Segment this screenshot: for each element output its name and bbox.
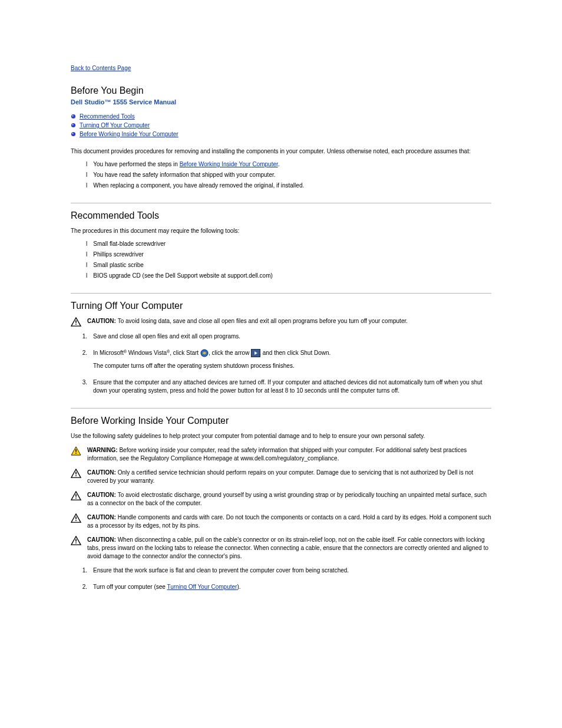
step-text: Save and close all open files and exit a… <box>93 332 491 341</box>
divider <box>71 293 491 294</box>
svg-rect-10 <box>75 320 77 322</box>
svg-rect-25 <box>75 498 77 499</box>
text-span: Windows Vista <box>127 350 167 356</box>
svg-point-14 <box>203 352 206 354</box>
divider <box>71 408 491 409</box>
caution-text: CAUTION: To avoid losing data, save and … <box>87 317 491 327</box>
text-span: , click Start <box>170 350 199 356</box>
tools-intro: The procedures in this document may requ… <box>71 227 491 235</box>
before-inside-steps: Ensure that the work surface is flat and… <box>71 566 491 591</box>
text-span: Turn off your computer (see <box>93 584 167 590</box>
text-span: The computer turns off after the operati… <box>93 363 295 369</box>
step-text: In Microsoft® Windows Vista®, click Star… <box>93 349 491 370</box>
text-span: , and then click Shut Down. <box>259 350 330 356</box>
list-marker: l <box>86 240 87 248</box>
caution-text: CAUTION: Handle components and cards wit… <box>87 513 491 530</box>
caution-icon <box>71 491 81 508</box>
step-item: Ensure that the work surface is flat and… <box>71 566 491 575</box>
list-marker: l <box>86 160 87 169</box>
warning-text: WARNING: Before working inside your comp… <box>87 446 491 463</box>
step-text: Ensure that the computer and any attache… <box>93 378 491 395</box>
tool-item: lSmall flat-blade screwdriver <box>86 240 491 248</box>
section-title-tools: Recommended Tools <box>71 210 491 221</box>
caution-text: CAUTION: Only a certified service techni… <box>87 469 491 485</box>
tool-item: lSmall plastic scribe <box>86 261 491 269</box>
svg-point-1 <box>71 114 75 118</box>
tool-item: lBIOS upgrade CD (see the Dell Support w… <box>86 272 491 280</box>
link-turning-off-inline[interactable]: Turning Off Your Computer <box>167 584 237 590</box>
step-text: Turn off your computer (see Turning Off … <box>93 583 491 591</box>
caution-body: When disconnecting a cable, pull on the … <box>87 536 488 559</box>
back-to-contents-link[interactable]: Back to Contents Page <box>71 65 131 71</box>
toc-item: Recommended Tools <box>71 113 491 120</box>
caution-block: CAUTION: Handle components and cards wit… <box>71 513 491 530</box>
intro-bullet-text: You have read the safety information tha… <box>93 171 275 179</box>
caution-icon <box>71 513 81 530</box>
svg-rect-19 <box>75 453 77 454</box>
caution-body: To avoid losing data, save and close all… <box>118 318 408 324</box>
svg-rect-30 <box>75 539 77 542</box>
intro-bullet: l You have read the safety information t… <box>86 171 491 179</box>
table-of-contents: Recommended Tools Turning Off Your Compu… <box>71 113 491 138</box>
bullet-icon <box>71 123 76 128</box>
svg-rect-22 <box>75 475 77 476</box>
shutdown-arrow-icon <box>251 349 259 357</box>
warning-block: WARNING: Before working inside your comp… <box>71 446 491 463</box>
list-marker: l <box>86 171 87 179</box>
svg-rect-21 <box>75 472 77 475</box>
svg-point-7 <box>71 132 75 136</box>
caution-body: Handle components and cards with care. D… <box>87 514 491 529</box>
text-span: . <box>278 161 280 167</box>
tool-text: Small flat-blade screwdriver <box>93 240 166 248</box>
shutdown-steps: Save and close all open files and exit a… <box>71 332 491 395</box>
link-before-inside-inline[interactable]: Before Working Inside Your Computer <box>180 161 278 167</box>
svg-rect-11 <box>75 324 77 325</box>
list-marker: l <box>86 182 87 190</box>
caution-label: CAUTION: <box>87 469 118 476</box>
bullet-icon <box>71 131 76 137</box>
section-title-before-inside: Before Working Inside Your Computer <box>71 416 491 426</box>
caution-icon <box>71 536 81 561</box>
text-span: ). <box>237 584 240 590</box>
text-span: You have performed the steps in <box>93 161 179 167</box>
toc-link-turning-off[interactable]: Turning Off Your Computer <box>80 121 150 129</box>
step-item: Turn off your computer (see Turning Off … <box>71 583 491 591</box>
page-title: Before You Begin <box>71 85 491 96</box>
caution-icon <box>71 317 81 327</box>
warning-label: WARNING: <box>87 447 119 453</box>
toc-link-tools[interactable]: Recommended Tools <box>80 113 135 120</box>
caution-label: CAUTION: <box>87 492 118 498</box>
svg-rect-27 <box>75 517 77 519</box>
svg-rect-31 <box>75 542 77 543</box>
list-marker: l <box>86 261 87 269</box>
caution-block: CAUTION: Only a certified service techni… <box>71 469 491 485</box>
section-title-shutdown: Turning Off Your Computer <box>71 301 491 311</box>
manual-subtitle: Dell Studio™ 1555 Service Manual <box>71 98 491 106</box>
page-root: Back to Contents Page Before You Begin D… <box>0 0 562 623</box>
caution-text: CAUTION: When disconnecting a cable, pul… <box>87 536 491 561</box>
tool-item: lPhillips screwdriver <box>86 251 491 259</box>
svg-rect-24 <box>75 495 77 497</box>
step-item: Save and close all open files and exit a… <box>71 332 491 341</box>
toc-link-before-inside[interactable]: Before Working Inside Your Computer <box>80 130 178 138</box>
svg-point-4 <box>71 123 75 127</box>
tool-text: Phillips screwdriver <box>93 251 144 259</box>
tool-text: BIOS upgrade CD (see the Dell Support we… <box>93 272 273 280</box>
caution-text: CAUTION: To avoid electrostatic discharg… <box>87 491 491 508</box>
intro-bullet-text: When replacing a component, you have alr… <box>93 182 304 190</box>
list-marker: l <box>86 272 87 280</box>
step-item: In Microsoft® Windows Vista®, click Star… <box>71 349 491 370</box>
toc-item: Turning Off Your Computer <box>71 121 491 129</box>
step-text: Ensure that the work surface is flat and… <box>93 566 491 575</box>
before-inside-intro: Use the following safety guidelines to h… <box>71 432 491 440</box>
svg-point-8 <box>72 133 73 134</box>
warning-body: Before working inside your computer, rea… <box>87 447 467 462</box>
caution-label: CAUTION: <box>87 536 118 543</box>
intro-bullet-text: You have performed the steps in Before W… <box>93 160 279 169</box>
caution-body: To avoid electrostatic discharge, ground… <box>87 492 487 506</box>
start-orb-icon <box>200 349 209 357</box>
svg-rect-28 <box>75 520 77 521</box>
caution-label: CAUTION: <box>87 318 118 324</box>
caution-icon <box>71 469 81 485</box>
warning-icon <box>71 446 81 463</box>
